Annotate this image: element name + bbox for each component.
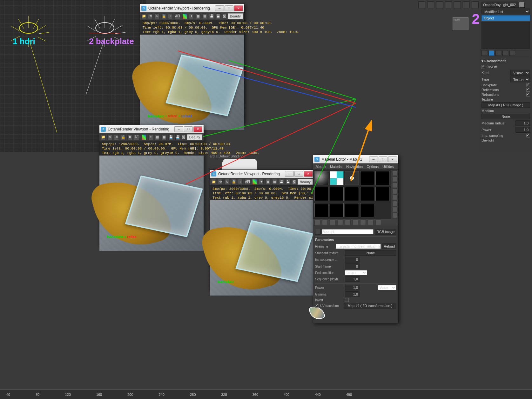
modifier-list-dropdown[interactable]: Modifier List	[481, 9, 530, 14]
go-parent-icon[interactable]	[368, 220, 374, 225]
get-icon[interactable]	[314, 220, 320, 225]
material-slot[interactable]	[330, 203, 344, 217]
octane-viewport-2[interactable]: 3 OctaneRender Viewport - Rendering ─☐✕ …	[99, 125, 204, 245]
tool-icon[interactable]	[454, 1, 461, 8]
tool-icon[interactable]	[436, 1, 443, 8]
tool-icon[interactable]	[445, 1, 452, 8]
focus-icon[interactable]: ✦	[148, 134, 153, 140]
octane-viewport-1[interactable]: 3 OctaneRender Viewport - Rendering ─ ☐ …	[140, 4, 245, 124]
stdtex-button[interactable]: None	[345, 250, 396, 256]
save2-icon[interactable]: 💾	[216, 13, 221, 19]
save-icon[interactable]: 💾	[168, 134, 173, 140]
reload-button[interactable]: Reload	[382, 243, 396, 249]
pause-icon[interactable]: ⏸	[127, 134, 132, 140]
close-button[interactable]: ✕	[234, 5, 243, 11]
menu-utilities[interactable]: Utilities	[382, 165, 394, 169]
save-icon[interactable]: 💾	[209, 13, 214, 19]
save2-icon[interactable]: 💾	[286, 179, 291, 185]
tool-icon[interactable]: ▦	[202, 13, 207, 19]
reload-icon[interactable]: ↻	[114, 134, 119, 140]
rollout-parameters[interactable]: Parameters	[315, 236, 396, 243]
reset-icon[interactable]	[337, 220, 343, 225]
history-icon[interactable]: ⟲	[218, 179, 223, 185]
checker-icon[interactable]	[182, 135, 185, 139]
render-area[interactable]: backplate + reflec	[99, 161, 204, 245]
titlebar[interactable]: 3 OctaneRender Viewport - Rendering ─ ☐ …	[140, 4, 244, 12]
uvtransform-button[interactable]: Map #4 ( 2D transformation )	[344, 303, 396, 309]
maximize-button[interactable]: ☐	[225, 5, 233, 11]
type-dropdown[interactable]: Texture	[510, 76, 530, 82]
close-button[interactable]: ✕	[193, 126, 202, 132]
menu-modes[interactable]: Modes	[316, 165, 326, 169]
material-slot[interactable]	[360, 187, 374, 201]
kind-dropdown[interactable]: Visible	[510, 70, 530, 76]
backlight-icon[interactable]	[392, 177, 397, 182]
config-icon[interactable]	[509, 50, 515, 56]
power-value-dropdown[interactable]: Value	[378, 285, 396, 290]
power-spinner[interactable]	[515, 127, 530, 133]
tool-icon[interactable]	[463, 1, 470, 8]
map-name-field[interactable]	[322, 229, 374, 234]
focus-icon[interactable]: ✦	[259, 179, 264, 185]
assign-icon[interactable]	[330, 220, 335, 225]
tool-icon[interactable]	[418, 1, 425, 8]
minimize-button[interactable]: ─	[285, 171, 294, 177]
modifier-stack[interactable]	[481, 22, 530, 49]
onoff-checkbox[interactable]	[481, 65, 485, 69]
material-slot[interactable]	[375, 171, 389, 185]
rate-spinner[interactable]	[345, 276, 360, 282]
object-name-field[interactable]	[481, 2, 519, 8]
map-type-button[interactable]: RGB image	[375, 229, 396, 235]
filename-field[interactable]	[336, 244, 381, 249]
lock-icon[interactable]: 🔒	[231, 179, 236, 185]
pass-dropdown[interactable]: Beauty	[298, 179, 313, 185]
select-icon[interactable]	[392, 207, 397, 212]
minimize-button[interactable]: ─	[215, 5, 224, 11]
material-icon[interactable]	[392, 213, 397, 218]
save2-icon[interactable]: 💾	[175, 134, 180, 140]
region-icon[interactable]: ▦	[155, 134, 160, 140]
pause-icon[interactable]: ⏸	[168, 13, 173, 19]
octane-viewport-3[interactable]: 3 OctaneRender Viewport - Rendering ─☐✕ …	[210, 170, 314, 290]
tool-icon[interactable]	[472, 1, 479, 8]
medium-radius-spinner[interactable]	[515, 120, 530, 126]
folder-icon[interactable]: 📁	[141, 13, 146, 19]
maximize-button[interactable]: ☐	[379, 156, 387, 162]
invert-checkbox[interactable]	[345, 298, 349, 302]
render-area[interactable]: backplate	[210, 206, 314, 290]
power-spinner[interactable]	[345, 285, 360, 290]
checker-icon[interactable]	[293, 180, 296, 184]
pick-icon[interactable]	[315, 229, 321, 235]
material-slot[interactable]	[314, 171, 328, 185]
lock-icon[interactable]: 🔒	[161, 13, 166, 19]
endcond-dropdown[interactable]: Loop	[345, 270, 367, 275]
text-icon[interactable]: AFI	[134, 134, 140, 140]
pause-icon[interactable]: ⏸	[238, 179, 243, 185]
show-icon[interactable]	[488, 50, 494, 56]
history-icon[interactable]: ⟲	[107, 134, 112, 140]
uv-icon[interactable]	[392, 189, 397, 194]
material-slot[interactable]	[360, 171, 374, 185]
texture-map-button[interactable]: Map #3 ( RGB image )	[481, 102, 530, 108]
copy-icon[interactable]	[345, 220, 351, 225]
text-icon[interactable]: AFI	[245, 179, 250, 185]
tool-icon[interactable]	[427, 1, 434, 8]
maximize-button[interactable]: ☐	[184, 126, 193, 132]
menu-material[interactable]: Material	[330, 165, 342, 169]
startframe-spinner[interactable]	[345, 263, 360, 269]
material-slot[interactable]	[375, 187, 389, 201]
close-button[interactable]: ✕	[304, 171, 313, 177]
gamma-spinner[interactable]	[345, 291, 360, 297]
uvtransform-checkbox[interactable]	[315, 304, 319, 308]
object-modifier[interactable]: Object	[481, 15, 530, 21]
render-area[interactable]: backplate + reflec + refract	[140, 40, 244, 124]
material-slot[interactable]	[345, 187, 359, 201]
object-color-swatch[interactable]	[519, 2, 525, 8]
material-slot[interactable]	[360, 203, 374, 217]
make-icon[interactable]	[353, 220, 358, 225]
options-icon[interactable]	[392, 201, 397, 206]
timeline[interactable]: 4080120160200240280320360400440480	[0, 389, 532, 399]
reload-icon[interactable]: ↻	[155, 13, 159, 19]
lock-icon[interactable]: 🔒	[121, 134, 125, 140]
focus-icon[interactable]: ✦	[189, 13, 194, 19]
